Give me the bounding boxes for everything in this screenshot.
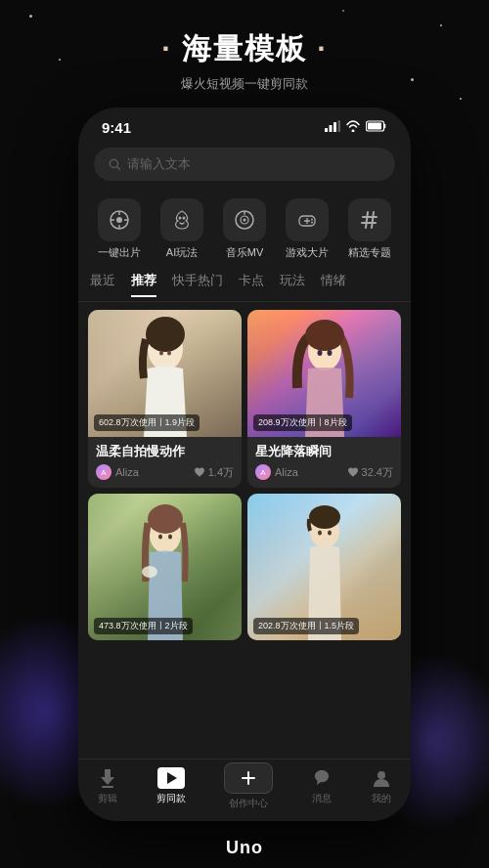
card-1[interactable]: 602.8万次使用丨1.9片段 温柔自拍慢动作 A Aliza 1.4万 — [88, 310, 242, 488]
card-2-badge: 208.9万次使用丨8片段 — [253, 414, 352, 431]
card-1-title: 温柔自拍慢动作 — [96, 443, 234, 460]
svg-point-41 — [142, 566, 157, 578]
category-label-topic: 精选专题 — [348, 245, 391, 260]
card-1-badge: 602.8万次使用丨1.9片段 — [94, 414, 200, 431]
category-topic[interactable]: 精选专题 — [348, 198, 391, 260]
app-name-label: Uno — [226, 838, 263, 858]
nav-message[interactable]: 消息 — [311, 767, 333, 805]
nav-template[interactable]: 剪同款 — [156, 767, 186, 805]
card-2-meta: A Aliza 32.4万 — [255, 464, 393, 480]
header-subtitle: 爆火短视频一键剪同款 — [20, 75, 469, 93]
nav-create[interactable]: 创作中心 — [224, 762, 273, 810]
svg-marker-48 — [167, 772, 177, 784]
nav-create-button[interactable] — [224, 762, 273, 794]
nav-template-icon — [157, 767, 185, 789]
card-2-image: 208.9万次使用丨8片段 — [247, 310, 401, 437]
card-3[interactable]: 473.8万次使用丨2片段 — [88, 494, 242, 640]
card-4-badge: 202.8万次使用丨1.5片段 — [253, 618, 359, 634]
category-icon-yijian — [98, 198, 141, 241]
card-1-author-name: Aliza — [115, 466, 139, 478]
card-2-avatar: A — [255, 464, 271, 480]
svg-rect-1 — [330, 125, 333, 132]
like-icon-1 — [194, 466, 205, 478]
card-2-title: 星光降落瞬间 — [255, 443, 393, 460]
battery-icon — [366, 120, 387, 135]
svg-point-38 — [148, 504, 183, 534]
tab-play[interactable]: 玩法 — [280, 272, 305, 297]
card-2-author-name: Aliza — [275, 466, 298, 478]
tab-recommend[interactable]: 推荐 — [131, 272, 156, 297]
category-icon-musicmv — [223, 198, 266, 241]
title-main: 海量模板 — [182, 32, 307, 65]
card-2-info: 星光降落瞬间 A Aliza 32.4万 — [247, 437, 401, 488]
search-placeholder: 请输入文本 — [127, 155, 191, 173]
category-game[interactable]: 游戏大片 — [286, 198, 329, 260]
category-label-ai: AI玩法 — [166, 245, 198, 260]
svg-point-9 — [116, 217, 122, 223]
svg-point-15 — [183, 217, 186, 220]
svg-rect-2 — [333, 122, 336, 132]
category-ai[interactable]: AI玩法 — [160, 198, 203, 260]
categories-row: 一键出片 AI玩法 音乐MV — [78, 189, 411, 264]
tab-beat[interactable]: 卡点 — [239, 272, 264, 297]
svg-rect-5 — [368, 123, 381, 130]
svg-point-45 — [328, 531, 332, 536]
nav-edit-icon — [97, 767, 118, 789]
svg-point-36 — [327, 350, 332, 356]
category-label-yijian: 一键出片 — [98, 245, 141, 260]
nav-create-icon — [241, 770, 256, 786]
search-bar[interactable]: 请输入文本 — [94, 148, 395, 181]
card-1-likes: 1.4万 — [194, 465, 234, 480]
card-4-image: 202.8万次使用丨1.5片段 — [247, 494, 401, 640]
svg-point-14 — [179, 217, 182, 220]
card-1-avatar: A — [96, 464, 111, 480]
card-2-likes-count: 32.4万 — [362, 465, 393, 480]
title-dot-left: · — [161, 32, 171, 65]
category-icon-topic — [348, 198, 391, 241]
category-musicmv[interactable]: 音乐MV — [223, 198, 266, 260]
bottom-nav: 剪辑 剪同款 创作中心 消息 — [78, 759, 411, 821]
nav-profile[interactable]: 我的 — [371, 767, 392, 805]
category-yijian[interactable]: 一键出片 — [98, 198, 141, 260]
status-icons — [325, 120, 387, 135]
status-bar: 9:41 — [78, 108, 411, 140]
card-2-likes: 32.4万 — [347, 465, 393, 480]
svg-point-35 — [317, 350, 322, 356]
tab-hot[interactable]: 快手热门 — [172, 272, 223, 297]
svg-rect-47 — [102, 786, 113, 788]
svg-point-24 — [311, 222, 313, 224]
phone-mockup: 9:41 — [78, 108, 411, 821]
header: · 海量模板 · 爆火短视频一键剪同款 — [0, 0, 489, 108]
nav-profile-label: 我的 — [372, 792, 391, 805]
svg-line-25 — [366, 212, 368, 228]
card-1-author: A Aliza — [96, 464, 139, 480]
tab-emotion[interactable]: 情绪 — [321, 272, 346, 297]
nav-edit-label: 剪辑 — [98, 792, 117, 805]
svg-point-23 — [311, 219, 313, 221]
category-icon-game — [286, 198, 329, 241]
svg-point-6 — [110, 159, 117, 167]
content-grid: 602.8万次使用丨1.9片段 温柔自拍慢动作 A Aliza 1.4万 — [78, 302, 411, 648]
header-title: · 海量模板 · — [20, 29, 469, 69]
nav-template-label: 剪同款 — [156, 792, 186, 805]
tab-recent[interactable]: 最近 — [90, 272, 115, 297]
svg-line-7 — [117, 167, 120, 170]
svg-point-51 — [378, 771, 385, 779]
svg-point-40 — [168, 535, 172, 540]
nav-profile-icon — [371, 767, 392, 789]
card-2[interactable]: 208.9万次使用丨8片段 星光降落瞬间 A Aliza 32.4万 — [247, 310, 401, 488]
svg-point-39 — [158, 535, 162, 540]
svg-point-31 — [159, 351, 163, 356]
card-3-image: 473.8万次使用丨2片段 — [88, 494, 242, 640]
svg-rect-0 — [325, 128, 328, 132]
svg-point-32 — [167, 351, 171, 356]
category-label-game: 游戏大片 — [286, 245, 329, 260]
card-4[interactable]: 202.8万次使用丨1.5片段 — [247, 494, 401, 640]
nav-edit[interactable]: 剪辑 — [97, 767, 118, 805]
signal-icon — [325, 120, 340, 135]
svg-point-18 — [244, 219, 246, 222]
card-1-meta: A Aliza 1.4万 — [96, 464, 234, 480]
nav-message-icon — [311, 767, 333, 789]
svg-rect-3 — [338, 120, 341, 132]
status-time: 9:41 — [102, 119, 131, 136]
